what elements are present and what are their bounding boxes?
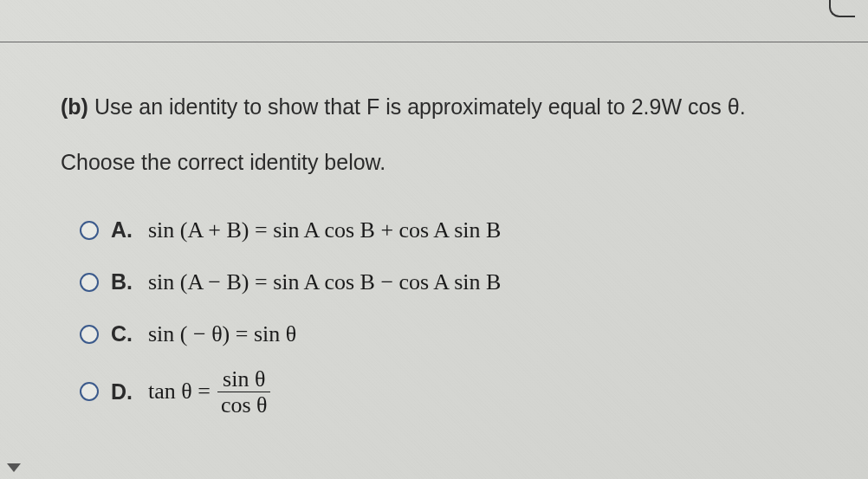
radio-b[interactable] bbox=[80, 273, 99, 292]
fraction-denominator: cos θ bbox=[216, 392, 273, 417]
fraction: sin θ cos θ bbox=[216, 367, 273, 418]
radio-d[interactable] bbox=[80, 382, 99, 401]
corner-decor bbox=[829, 0, 855, 17]
option-letter-d: D. bbox=[111, 379, 133, 405]
divider-line bbox=[0, 42, 868, 42]
option-math-d: tan θ = sin θ cos θ bbox=[148, 367, 273, 418]
option-math-a: sin (A + B) = sin A cos B + cos A sin B bbox=[148, 217, 501, 243]
content-area: (b) Use an identity to show that F is ap… bbox=[0, 0, 868, 417]
options-group: A. sin (A + B) = sin A cos B + cos A sin… bbox=[61, 211, 816, 418]
question-page: (b) Use an identity to show that F is ap… bbox=[0, 0, 868, 479]
option-a: A. sin (A + B) = sin A cos B + cos A sin… bbox=[80, 211, 816, 249]
option-math-c: sin ( − θ) = sin θ bbox=[148, 321, 296, 347]
option-letter-c: C. bbox=[111, 321, 133, 346]
option-b: B. sin (A − B) = sin A cos B − cos A sin… bbox=[80, 263, 816, 301]
option-math-b: sin (A − B) = sin A cos B − cos A sin B bbox=[148, 269, 501, 295]
option-d: D. tan θ = sin θ cos θ bbox=[80, 367, 816, 418]
instruction-text: Choose the correct identity below. bbox=[61, 150, 816, 175]
option-letter-b: B. bbox=[111, 269, 133, 295]
fraction-numerator: sin θ bbox=[217, 367, 270, 392]
prompt-text: Use an identity to show that F is approx… bbox=[94, 94, 746, 119]
question-prompt: (b) Use an identity to show that F is ap… bbox=[61, 91, 816, 124]
radio-a[interactable] bbox=[80, 221, 99, 240]
option-d-lhs: tan θ = bbox=[148, 379, 211, 405]
option-c: C. sin ( − θ) = sin θ bbox=[80, 315, 816, 353]
radio-c[interactable] bbox=[80, 325, 99, 344]
chevron-down-icon[interactable] bbox=[7, 463, 21, 472]
part-label: (b) bbox=[61, 94, 88, 119]
option-letter-a: A. bbox=[111, 217, 133, 243]
